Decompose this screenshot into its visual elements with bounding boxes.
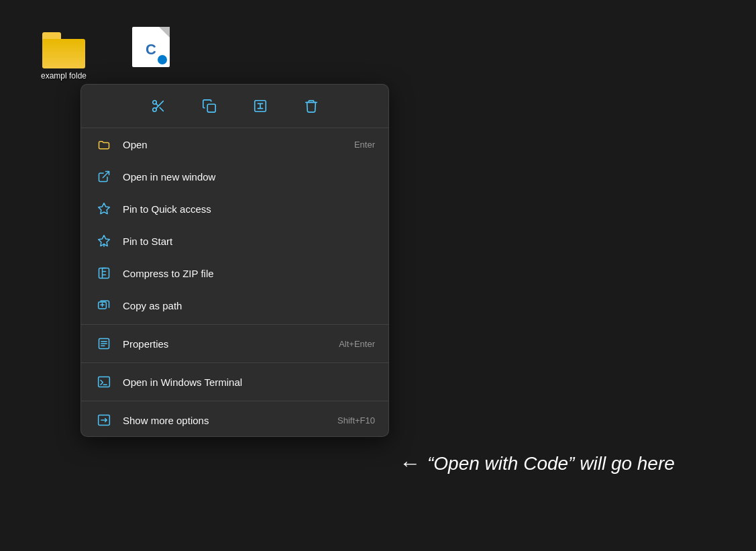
delete-icon	[304, 99, 319, 113]
external-link-icon	[95, 167, 113, 186]
c-file-desktop-icon[interactable]: C	[124, 27, 178, 67]
open-icon	[95, 135, 113, 154]
show-more-shortcut: Shift+F10	[337, 415, 375, 425]
c-file-image: C	[132, 27, 170, 67]
copy-icon	[202, 99, 217, 113]
svg-rect-6	[99, 377, 110, 387]
menu-item-pin-start[interactable]: Pin to Start	[81, 225, 388, 257]
context-menu-toolbar	[81, 85, 388, 128]
copy-path-icon	[95, 296, 113, 315]
c-letter: C	[146, 41, 156, 58]
divider-2	[81, 362, 388, 363]
open-terminal-label: Open in Windows Terminal	[123, 377, 375, 388]
menu-item-open-terminal[interactable]: Open in Windows Terminal	[81, 366, 388, 398]
pin-icon	[95, 232, 113, 250]
terminal-icon	[95, 372, 113, 391]
rename-button[interactable]	[248, 94, 272, 118]
context-menu: Open Enter Open in new window Pin to Qui…	[80, 84, 389, 437]
menu-item-compress-zip[interactable]: Compress to ZIP file	[81, 257, 388, 289]
zip-icon	[95, 264, 113, 283]
svg-rect-3	[99, 268, 109, 279]
star-icon	[95, 199, 113, 218]
copy-button[interactable]	[197, 94, 221, 118]
show-more-label: Show more options	[123, 415, 337, 426]
open-new-window-label: Open in new window	[123, 171, 375, 183]
menu-item-properties[interactable]: Properties Alt+Enter	[81, 328, 388, 360]
open-shortcut: Enter	[354, 140, 375, 150]
menu-item-open[interactable]: Open Enter	[81, 128, 388, 160]
pin-quick-access-label: Pin to Quick access	[123, 203, 375, 215]
menu-item-pin-quick-access[interactable]: Pin to Quick access	[81, 193, 388, 225]
pin-start-label: Pin to Start	[123, 236, 375, 247]
cut-icon	[151, 99, 166, 113]
svg-rect-0	[207, 104, 215, 112]
annotation-text: “Open with Code” will go here	[427, 453, 675, 474]
menu-item-show-more[interactable]: Show more options Shift+F10	[81, 404, 388, 436]
folder-label: exampl folde	[41, 71, 87, 82]
menu-item-open-new-window[interactable]: Open in new window	[81, 160, 388, 193]
annotation-arrow: ←	[399, 451, 421, 476]
properties-icon	[95, 334, 113, 353]
divider-3	[81, 401, 388, 401]
cut-button[interactable]	[146, 94, 170, 118]
folder-image	[42, 32, 85, 68]
properties-shortcut: Alt+Enter	[339, 339, 375, 349]
desktop-folder-icon[interactable]: exampl folde	[30, 27, 97, 87]
copy-path-label: Copy as path	[123, 300, 375, 311]
menu-item-copy-path[interactable]: Copy as path	[81, 289, 388, 321]
delete-button[interactable]	[299, 94, 323, 118]
compress-zip-label: Compress to ZIP file	[123, 268, 375, 279]
more-options-icon	[95, 411, 113, 430]
annotation: ← “Open with Code” will go here	[399, 451, 675, 476]
open-label: Open	[123, 139, 354, 150]
vscode-indicator	[158, 55, 167, 64]
rename-icon	[253, 99, 268, 113]
divider-1	[81, 324, 388, 325]
properties-label: Properties	[123, 338, 339, 350]
